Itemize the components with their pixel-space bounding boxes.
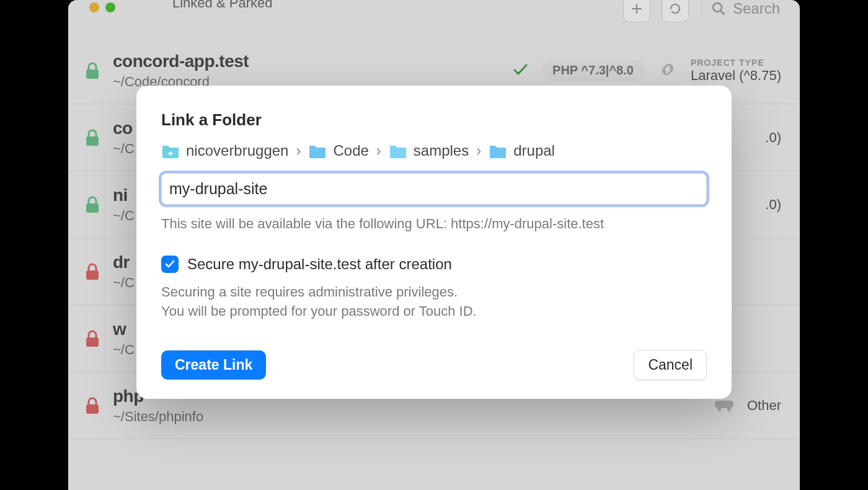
create-link-button[interactable]: Create Link: [161, 350, 266, 380]
site-name-input[interactable]: [161, 173, 707, 205]
modal-title: Link a Folder: [161, 110, 707, 130]
breadcrumb-item[interactable]: drupal: [513, 142, 555, 159]
folder-icon: [308, 143, 327, 158]
chevron-right-icon: ›: [375, 142, 383, 159]
chevron-right-icon: ›: [294, 142, 302, 159]
checkmark-icon: [164, 259, 175, 270]
modal-actions: Create Link Cancel: [161, 350, 707, 380]
breadcrumb-item[interactable]: samples: [414, 142, 469, 159]
secure-checkbox-row[interactable]: Secure my-drupal-site.test after creatio…: [161, 256, 707, 273]
breadcrumb-item[interactable]: nicoverbruggen: [186, 142, 288, 159]
folder-icon: [389, 143, 407, 158]
secure-checkbox-label: Secure my-drupal-site.test after creatio…: [187, 256, 452, 273]
url-hint: This site will be available via the foll…: [161, 216, 707, 232]
chevron-right-icon: ›: [475, 142, 482, 159]
folder-icon: [489, 143, 507, 158]
secure-checkbox[interactable]: [161, 256, 179, 273]
cancel-button[interactable]: Cancel: [634, 350, 707, 380]
breadcrumb: nicoverbruggen › Code › samples › drupal: [161, 142, 707, 159]
home-folder-icon: [161, 143, 180, 158]
link-folder-modal: Link a Folder nicoverbruggen › Code › sa…: [136, 86, 732, 399]
breadcrumb-item[interactable]: Code: [333, 142, 368, 159]
secure-subtext: Securing a site requires administrative …: [161, 283, 707, 321]
